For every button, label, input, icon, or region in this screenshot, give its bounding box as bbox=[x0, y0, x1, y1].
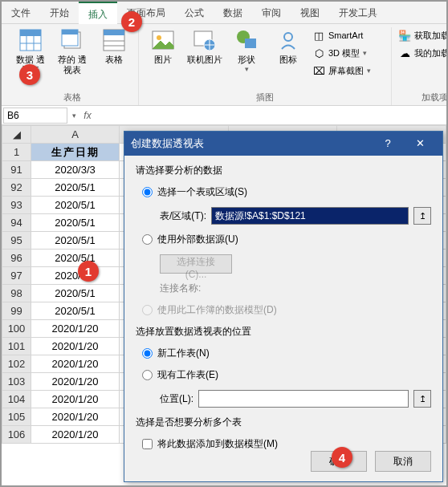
smartart-button[interactable]: ◫SmartArt bbox=[312, 27, 385, 43]
icons-label: 图标 bbox=[279, 55, 297, 65]
smartart-icon: ◫ bbox=[312, 29, 325, 42]
cell[interactable]: 2020/5/1 bbox=[31, 267, 120, 285]
choose-connection-button[interactable]: 选择连接(C)... bbox=[160, 254, 232, 274]
row-header[interactable]: 97 bbox=[2, 267, 31, 285]
row-header[interactable]: 99 bbox=[2, 302, 31, 320]
tab-数据[interactable]: 数据 bbox=[214, 2, 252, 24]
screenshot-button[interactable]: ⌧屏幕截图 ▾ bbox=[312, 63, 385, 79]
collapse-dialog-button[interactable]: ↥ bbox=[413, 207, 431, 225]
location-label: 位置(L): bbox=[160, 392, 193, 406]
help-button[interactable]: ? bbox=[372, 132, 404, 156]
radio-existing[interactable] bbox=[142, 370, 153, 380]
cell[interactable]: 生产日期 bbox=[31, 144, 120, 161]
picture-icon bbox=[150, 27, 176, 53]
svg-point-13 bbox=[157, 35, 161, 40]
get-addins-label: 获取加载项 bbox=[414, 30, 448, 42]
store-icon: 🏪 bbox=[398, 29, 411, 42]
icons-icon bbox=[275, 27, 301, 53]
annotation-badge-2: 2 bbox=[121, 11, 142, 32]
tab-视图[interactable]: 视图 bbox=[291, 2, 329, 24]
table-button[interactable]: 表格 bbox=[96, 27, 132, 65]
annotation-badge-1: 1 bbox=[78, 261, 99, 282]
radio-select-range-label: 选择一个表或区域(S) bbox=[157, 185, 247, 199]
section-placement: 选择放置数据透视表的位置 bbox=[136, 325, 431, 339]
row-header[interactable]: 1 bbox=[2, 144, 31, 161]
collapse-dialog-button[interactable]: ↥ bbox=[413, 390, 431, 408]
get-addins-button[interactable]: 🏪获取加载项 bbox=[398, 27, 448, 43]
cell[interactable]: 2020/5/1 bbox=[31, 285, 120, 302]
row-header[interactable]: 101 bbox=[2, 338, 31, 355]
addins-icon: ☁ bbox=[398, 47, 411, 59]
3d-model-button[interactable]: ⬡3D 模型 ▾ bbox=[312, 45, 385, 61]
close-button[interactable]: ✕ bbox=[404, 132, 436, 156]
cancel-button[interactable]: 取消 bbox=[375, 451, 431, 472]
pivot-table-icon bbox=[18, 27, 43, 53]
cell[interactable]: 2020/1/20 bbox=[31, 355, 120, 373]
icons-button[interactable]: 图标 bbox=[271, 27, 306, 65]
cell[interactable]: 2020/1/20 bbox=[31, 426, 120, 444]
tab-文件[interactable]: 文件 bbox=[2, 2, 40, 24]
location-input[interactable] bbox=[198, 390, 409, 408]
cell[interactable]: 2020/5/1 bbox=[31, 197, 120, 214]
cell[interactable]: 2020/5/1 bbox=[31, 302, 120, 320]
name-box-dropdown-icon[interactable]: ▾ bbox=[69, 112, 79, 120]
tab-公式[interactable]: 公式 bbox=[175, 2, 214, 24]
row-header[interactable]: 95 bbox=[2, 232, 31, 250]
cell[interactable]: 2020/5/1 bbox=[31, 179, 120, 197]
column-header[interactable]: A bbox=[31, 126, 120, 144]
select-all-corner[interactable]: ◢ bbox=[2, 126, 31, 144]
row-header[interactable]: 104 bbox=[2, 391, 31, 408]
screenshot-icon: ⌧ bbox=[312, 64, 325, 77]
cell[interactable]: 2020/1/20 bbox=[31, 408, 120, 426]
radio-select-range[interactable] bbox=[142, 187, 153, 197]
row-header[interactable]: 98 bbox=[2, 285, 31, 302]
name-box[interactable] bbox=[3, 108, 67, 124]
smartart-label: SmartArt bbox=[328, 30, 363, 40]
cell[interactable]: 2020/5/1 bbox=[31, 232, 120, 250]
table-icon bbox=[101, 27, 127, 53]
cell[interactable]: 2020/5/1 bbox=[31, 214, 120, 232]
dialog-titlebar: 创建数据透视表 ? ✕ bbox=[124, 132, 442, 156]
fx-icon[interactable]: fx bbox=[79, 110, 96, 121]
row-header[interactable]: 94 bbox=[2, 214, 31, 232]
cell[interactable]: 2020/5/1 bbox=[31, 250, 120, 267]
cell[interactable]: 2020/3/3 bbox=[31, 161, 120, 179]
shapes-label: 形状 bbox=[238, 55, 255, 65]
online-picture-button[interactable]: 联机图片 bbox=[187, 27, 222, 65]
recommended-pivot-button[interactable]: 荐的 透视表 bbox=[55, 27, 90, 75]
range-input[interactable] bbox=[211, 207, 409, 225]
connection-name-label: 连接名称: bbox=[136, 282, 431, 295]
tab-开始[interactable]: 开始 bbox=[40, 2, 79, 24]
tab-开发工具[interactable]: 开发工具 bbox=[329, 2, 387, 24]
row-header[interactable]: 91 bbox=[2, 161, 31, 179]
checkbox-add-datamodel[interactable] bbox=[142, 439, 153, 449]
radio-newsheet[interactable] bbox=[142, 348, 153, 359]
cell[interactable]: 2020/1/20 bbox=[31, 373, 120, 391]
row-header[interactable]: 100 bbox=[2, 320, 31, 338]
my-addins-button[interactable]: ☁我的加载项 ▾ bbox=[398, 45, 448, 61]
row-header[interactable]: 102 bbox=[2, 355, 31, 373]
online-picture-icon bbox=[192, 27, 218, 53]
shapes-icon bbox=[234, 27, 259, 53]
row-header[interactable]: 92 bbox=[2, 179, 31, 197]
picture-button[interactable]: 图片 bbox=[145, 27, 181, 65]
tab-插入[interactable]: 插入 bbox=[79, 2, 117, 24]
row-header[interactable]: 103 bbox=[2, 373, 31, 391]
checkbox-add-datamodel-label: 将此数据添加到数据模型(M) bbox=[157, 437, 278, 451]
row-header[interactable]: 105 bbox=[2, 408, 31, 426]
shapes-button[interactable]: 形状 ▾ bbox=[229, 27, 264, 73]
online-picture-label: 联机图片 bbox=[187, 55, 222, 65]
cell[interactable]: 2020/1/20 bbox=[31, 338, 120, 355]
row-header[interactable]: 93 bbox=[2, 197, 31, 214]
cell[interactable]: 2020/1/20 bbox=[31, 391, 120, 408]
radio-external[interactable] bbox=[142, 234, 153, 245]
table-label: 表格 bbox=[105, 55, 123, 65]
cell[interactable]: 2020/1/20 bbox=[31, 320, 120, 338]
row-header[interactable]: 106 bbox=[2, 426, 31, 444]
radio-datamodel-label: 使用此工作簿的数据模型(D) bbox=[157, 303, 277, 317]
screenshot-label: 屏幕截图 bbox=[328, 65, 364, 77]
formula-bar-row: ▾ fx bbox=[2, 106, 446, 125]
annotation-badge-4: 4 bbox=[332, 447, 352, 468]
row-header[interactable]: 96 bbox=[2, 250, 31, 267]
tab-审阅[interactable]: 审阅 bbox=[252, 2, 291, 24]
